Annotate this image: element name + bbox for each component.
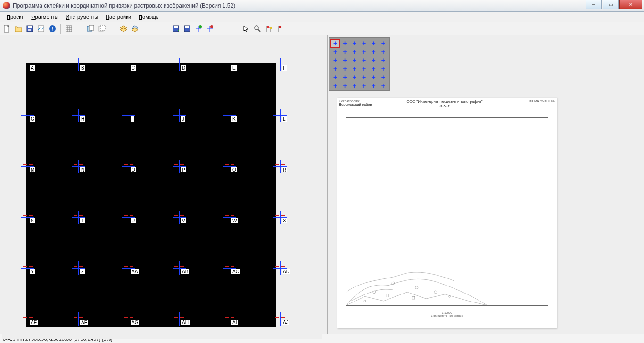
- save-icon[interactable]: [25, 24, 35, 34]
- overview-cell[interactable]: +: [369, 65, 378, 73]
- grid-point[interactable]: AG: [129, 319, 138, 327]
- grid-point[interactable]: V: [179, 217, 189, 225]
- close-button[interactable]: ✕: [619, 0, 642, 9]
- grid-point[interactable]: G: [28, 115, 37, 123]
- grid-point[interactable]: AF: [78, 319, 88, 327]
- overview-cell[interactable]: +: [360, 57, 368, 64]
- grid-point[interactable]: E: [230, 65, 239, 72]
- grid-point[interactable]: X: [280, 217, 289, 225]
- overview-cell[interactable]: +: [360, 48, 368, 56]
- export-disk-icon[interactable]: [171, 24, 181, 34]
- grid-point[interactable]: AA: [129, 268, 138, 276]
- grid-point[interactable]: Q: [230, 166, 239, 174]
- marker-red-icon[interactable]: [205, 24, 215, 34]
- minimize-button[interactable]: ─: [586, 0, 602, 9]
- grid-point[interactable]: Y: [28, 268, 37, 276]
- overview-cell[interactable]: +: [340, 82, 349, 90]
- raster-panel[interactable]: ABCDEFGHIJKLMNOPQRSTUVWXYZAAABACADAEAFAG…: [2, 37, 322, 339]
- raster-image[interactable]: [26, 63, 276, 327]
- layers-copy-icon[interactable]: [130, 24, 140, 34]
- preview-sheet[interactable]: Согласовано: Воронежский район ООО "Инже…: [337, 98, 557, 328]
- grid-point[interactable]: M: [28, 166, 37, 174]
- grid-icon[interactable]: [64, 24, 74, 34]
- menu-settings[interactable]: Настройки: [102, 13, 135, 21]
- overview-cell[interactable]: +: [340, 57, 349, 64]
- overview-cell[interactable]: +: [331, 82, 339, 90]
- grid-point[interactable]: J: [179, 115, 189, 123]
- info-icon[interactable]: i: [47, 24, 58, 34]
- overview-cell[interactable]: +: [379, 82, 388, 90]
- overview-cell[interactable]: +: [350, 40, 359, 47]
- grid-point[interactable]: AB: [179, 268, 189, 276]
- fragment-transparent-icon[interactable]: [97, 24, 107, 34]
- overview-cell[interactable]: +: [340, 40, 349, 47]
- grid-point[interactable]: L: [280, 115, 289, 123]
- overview-cell[interactable]: +: [350, 74, 359, 81]
- overview-cell[interactable]: +: [379, 74, 388, 81]
- maximize-button[interactable]: ▭: [603, 0, 619, 9]
- grid-point[interactable]: H: [78, 115, 88, 123]
- grid-point[interactable]: AD: [280, 268, 289, 276]
- zoom-icon[interactable]: [252, 24, 263, 34]
- overview-cell[interactable]: +: [340, 65, 349, 73]
- export-disk2-icon[interactable]: [182, 24, 192, 34]
- overview-cell[interactable]: +: [379, 65, 388, 73]
- overview-cell[interactable]: +: [360, 65, 368, 73]
- overview-cell[interactable]: +: [379, 40, 388, 47]
- overview-cell[interactable]: +: [369, 57, 378, 64]
- layers-icon[interactable]: [118, 24, 129, 34]
- menu-help[interactable]: Помощь: [135, 13, 163, 21]
- overview-cell[interactable]: +: [340, 48, 349, 56]
- overview-cell[interactable]: +: [369, 82, 378, 90]
- grid-point[interactable]: K: [230, 115, 239, 123]
- grid-point[interactable]: R: [280, 166, 289, 174]
- overview-cell[interactable]: +: [360, 74, 368, 81]
- overview-cell[interactable]: +: [379, 48, 388, 56]
- grid-point[interactable]: I: [129, 115, 138, 123]
- grid-point[interactable]: A: [28, 65, 37, 72]
- overview-cell[interactable]: +: [369, 40, 378, 47]
- overview-cell[interactable]: +: [360, 82, 368, 90]
- overview-grid[interactable]: ++++++++++++++++++++++++++++++++++++: [329, 37, 390, 91]
- grid-point[interactable]: T: [78, 217, 88, 225]
- grid-point[interactable]: B: [78, 65, 88, 72]
- overview-cell[interactable]: +: [350, 65, 359, 73]
- grid-point[interactable]: AH: [179, 319, 189, 327]
- flags-icon[interactable]: [264, 24, 274, 34]
- overview-cell[interactable]: +: [350, 82, 359, 90]
- overview-cell[interactable]: +: [369, 74, 378, 81]
- grid-point[interactable]: AJ: [280, 319, 289, 327]
- grid-point[interactable]: AE: [28, 319, 37, 327]
- overview-cell[interactable]: +: [350, 48, 359, 56]
- topo-icon[interactable]: [36, 24, 46, 34]
- overview-cell[interactable]: +: [350, 57, 359, 64]
- grid-point[interactable]: O: [129, 166, 138, 174]
- overview-cell[interactable]: +: [379, 57, 388, 64]
- marker-green-icon[interactable]: [193, 24, 204, 34]
- overview-cell[interactable]: +: [331, 74, 339, 81]
- grid-point[interactable]: D: [179, 65, 189, 72]
- grid-point[interactable]: AI: [230, 319, 239, 327]
- menu-fragments[interactable]: Фрагменты: [27, 13, 62, 21]
- grid-point[interactable]: U: [129, 217, 138, 225]
- overview-cell[interactable]: +: [340, 74, 349, 81]
- overview-cell[interactable]: +: [369, 48, 378, 56]
- overview-cell[interactable]: +: [331, 57, 339, 64]
- menu-tools[interactable]: Инструменты: [62, 13, 102, 21]
- open-folder-icon[interactable]: [13, 24, 24, 34]
- menu-project[interactable]: Проект: [3, 13, 27, 21]
- fragment-add-icon[interactable]: [85, 24, 96, 34]
- grid-point[interactable]: Z: [78, 268, 88, 276]
- grid-point[interactable]: W: [230, 217, 239, 225]
- grid-point[interactable]: AC: [230, 268, 239, 276]
- flag-icon[interactable]: [275, 24, 285, 34]
- overview-cell[interactable]: +: [331, 40, 339, 47]
- grid-point[interactable]: S: [28, 217, 37, 225]
- cursor-icon[interactable]: [241, 24, 251, 34]
- new-doc-icon[interactable]: [2, 24, 12, 34]
- overview-cell[interactable]: +: [360, 40, 368, 47]
- grid-point[interactable]: F: [280, 65, 289, 72]
- overview-cell[interactable]: +: [331, 65, 339, 73]
- overview-cell[interactable]: +: [331, 48, 339, 56]
- grid-point[interactable]: P: [179, 166, 189, 174]
